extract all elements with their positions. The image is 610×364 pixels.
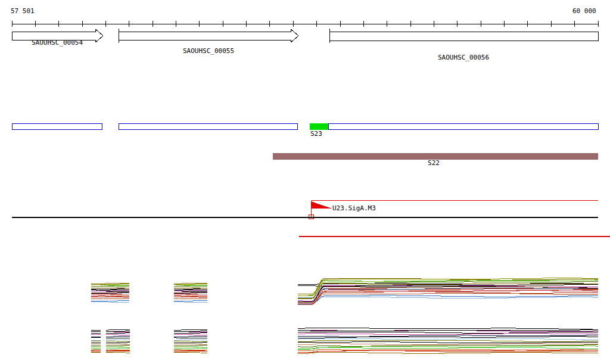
coverage-band-2 (91, 328, 598, 354)
tss-label: U23.SigA.M3 (332, 205, 376, 211)
genome-browser-canvas: 57 501 60 000 SAOUHSC_00054 SAOUHSC_0005… (0, 0, 610, 364)
gene-label-saouhsc-00056: SAOUHSC_00056 (438, 54, 489, 61)
annotation-row (12, 123, 598, 129)
ruler-start-label: 57 501 (11, 8, 35, 14)
gene-label-saouhsc-00055: SAOUHSC_00055 (183, 48, 234, 54)
s23-segment-label: S23 (310, 130, 322, 137)
gene-label-saouhsc-00054: SAOUHSC_00054 (32, 39, 83, 46)
tracks-scene (0, 0, 610, 364)
gene-track (12, 29, 598, 43)
ruler-end-label: 60 000 (572, 8, 596, 14)
coordinate-ruler (12, 21, 598, 27)
coverage-band-1 (91, 278, 598, 305)
s22-bar-label: S22 (428, 160, 440, 166)
